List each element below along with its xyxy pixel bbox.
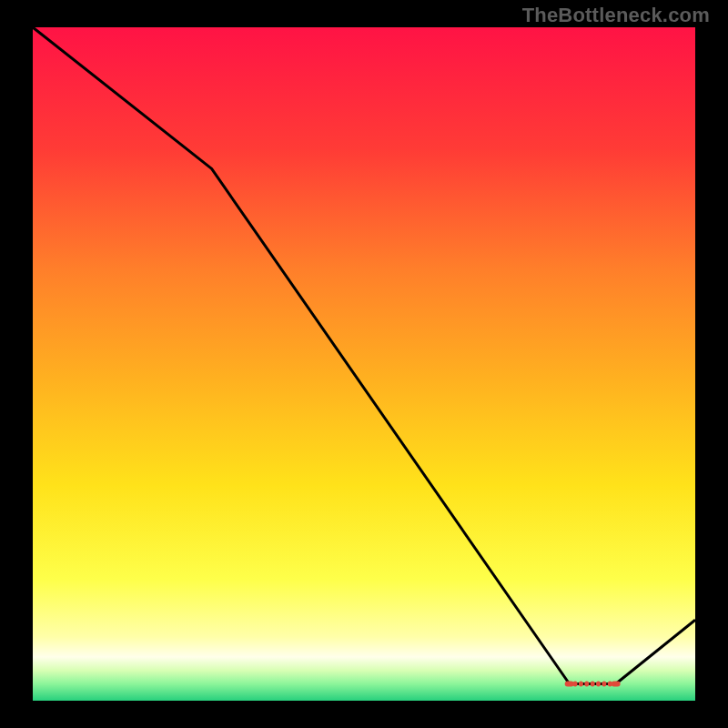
optimal-range-marker [591,682,595,687]
optimal-range-marker [584,682,589,687]
optimal-range-marker [573,682,578,687]
chart-frame: TheBottleneck.com [0,0,728,728]
chart-svg [33,27,695,701]
optimal-range-marker [579,682,583,687]
optimal-range-marker [612,682,621,687]
optimal-range-marker [602,682,606,687]
plot-area [33,27,695,701]
gradient-background [33,27,695,701]
optimal-range-marker [565,682,574,687]
optimal-range-marker [596,682,601,687]
watermark-text: TheBottleneck.com [522,4,710,27]
